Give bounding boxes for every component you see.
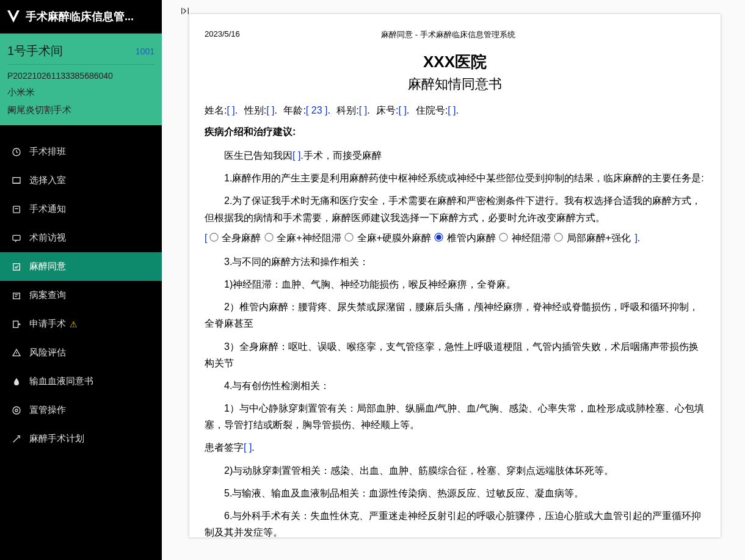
risk-icon [11,347,22,358]
form-title: 麻醉知情同意书 [205,75,705,93]
nav-list: 手术排班选择入室手术通知术前访视麻醉同意病案查询申请手术⚠风险评估输血血液同意书… [0,125,162,453]
nav-label: 风险评估 [29,347,66,358]
comment-icon [11,233,22,244]
nav-item-9[interactable]: 置管操作 [0,396,162,424]
radio-input[interactable] [344,233,353,241]
nav-item-10[interactable]: 麻醉手术计划 [0,424,162,453]
radio-input[interactable] [264,233,273,241]
doc-meta-title: 麻醉同意 - 手术麻醉临床信息管理系统 [240,29,705,40]
radio-input[interactable] [435,233,443,241]
paragraph: 6.与外科手术有关：失血性休克、严重迷走神经反射引起的呼吸心脏骤停，压迫心脏或大… [205,507,705,537]
paragraph: 医生已告知我因[ ].手术，而接受麻醉 [205,147,705,164]
doc-date: 2023/5/16 [205,29,240,40]
paragraph: 2）椎管内麻醉：腰背疼、尿失禁或尿潴留，腰麻后头痛，颅神经麻痹，脊神经或脊髓损伤… [205,299,705,332]
radio-input[interactable] [500,233,508,241]
door-icon [11,175,22,186]
anesthesia-option-4[interactable]: 神经阻滞 [497,233,551,243]
nav-label: 置管操作 [29,404,66,416]
nav-label: 申请手术 [29,318,66,330]
app-logo-icon [6,9,21,24]
patient-info-line: 姓名:[ ]. 性别:[ ]. 年龄:[ 23 ]. 科别:[ ]. 床号:[ … [205,104,705,117]
anesthesia-option-0[interactable]: 全身麻醉 [210,233,261,243]
nav-label: 手术排班 [29,146,66,158]
svg-rect-3 [13,235,20,240]
folder-icon [11,290,22,301]
svg-point-8 [15,409,18,412]
nav-label: 麻醉同意 [29,261,66,272]
paragraph: 1.麻醉作用的产生主要是利用麻醉药使中枢神经系统或神经中某些部位受到抑制的结果，… [205,170,705,186]
main-area: 换构关节 2023/5/16 麻醉同意 - 手术麻醉临床信息管理系统 XXX医院… [162,0,745,560]
nav-item-4[interactable]: 麻醉同意 [0,252,162,281]
patient-id: P202210261133385686040 [7,71,154,81]
anesthesia-option-1[interactable]: 全麻+神经阻滞 [262,233,341,243]
nav-item-3[interactable]: 术前访视 [0,224,162,252]
anesthesia-option-5[interactable]: 局部麻醉+强化 [552,233,631,243]
svg-rect-2 [13,206,20,213]
app-header: 手术麻醉临床信息管... [0,0,162,34]
nav-item-1[interactable]: 选择入室 [0,166,162,195]
signature-line: 患者签字[ ]. [205,439,705,456]
nav-label: 选择入室 [29,175,66,186]
paragraph: 3）全身麻醉：呕吐、误吸、喉痉挛，支气管痉挛，急性上呼吸道梗阻，气管内插管失败，… [205,338,705,371]
svg-rect-1 [13,177,20,183]
anesthesia-option-2[interactable]: 全麻+硬膜外麻醉 [343,233,431,243]
blood-icon [11,376,22,387]
svg-point-7 [13,407,20,414]
sidebar: 手术麻醉临床信息管... 1号手术间 1001 P202210261133385… [0,0,162,560]
svg-rect-4 [13,263,20,270]
radio-input[interactable] [554,233,562,241]
nav-item-6[interactable]: 申请手术⚠ [0,310,162,338]
warning-icon: ⚠ [70,319,78,329]
surgery-name: 阑尾炎切割手术 [7,104,154,116]
document-panel: 2023/5/16 麻醉同意 - 手术麻醉临床信息管理系统 XXX医院 麻醉知情… [189,14,721,537]
app-title: 手术麻醉临床信息管... [26,9,134,24]
background-fragment: 换构关节 [547,540,583,552]
nav-item-7[interactable]: 风险评估 [0,338,162,367]
paragraph: 3.与不同的麻醉方法和操作相关： [205,253,705,270]
room-name: 1号手术间 [7,43,63,59]
collapse-sidebar-icon[interactable] [180,6,190,18]
paragraph: 2.为了保证我手术时无痛和医疗安全，手术需要在麻醉和严密检测条件下进行。我有权选… [205,192,705,225]
nav-item-8[interactable]: 输血血液同意书 [0,367,162,396]
radio-input[interactable] [209,233,218,241]
anesthesia-radio-group: [ 全身麻醉 全麻+神经阻滞 全麻+硬膜外麻醉 椎管内麻醉 神经阻滞 局部麻醉+… [205,232,705,245]
section-heading: 疾病介绍和治疗建议: [205,126,705,139]
hospital-name: XXX医院 [205,51,705,73]
nav-label: 麻醉手术计划 [29,433,84,445]
paragraph: 1)神经阻滞：血肿、气胸、神经功能损伤，喉反神经麻痹，全脊麻。 [205,276,705,293]
paragraph: 1）与中心静脉穿刺置管有关：局部血肿、纵膈血/气肿、血/气胸、感染、心率失常，血… [205,400,705,433]
nav-label: 术前访视 [29,232,66,244]
room-number: 1001 [136,46,154,56]
patient-name: 小米米 [7,87,154,98]
paragraph: 5.与输液、输血及血液制品相关：血源性传染病、热源反应、过敏反应、凝血病等。 [205,485,705,501]
nav-label: 手术通知 [29,203,66,215]
paragraph: 2)与动脉穿刺置管相关：感染、出血、血肿、筋膜综合征，栓塞、穿刺点远端肢体坏死等… [205,462,705,479]
nav-item-0[interactable]: 手术排班 [0,137,162,166]
bell-icon [11,204,22,215]
nav-item-2[interactable]: 手术通知 [0,195,162,224]
tube-icon [11,405,22,416]
nav-label: 输血血液同意书 [29,376,93,387]
paragraph: 4.与有创伤性检测相关： [205,377,705,394]
signature-icon [11,261,22,272]
apply-icon [11,319,22,330]
patient-card[interactable]: 1号手术间 1001 P202210261133385686040 小米米 阑尾… [0,34,162,125]
anesthesia-option-3[interactable]: 椎管内麻醉 [432,233,496,243]
clock-icon [11,147,22,158]
svg-rect-6 [13,321,18,327]
plan-icon [11,434,22,445]
nav-item-5[interactable]: 病案查询 [0,281,162,310]
nav-label: 病案查询 [29,289,66,301]
